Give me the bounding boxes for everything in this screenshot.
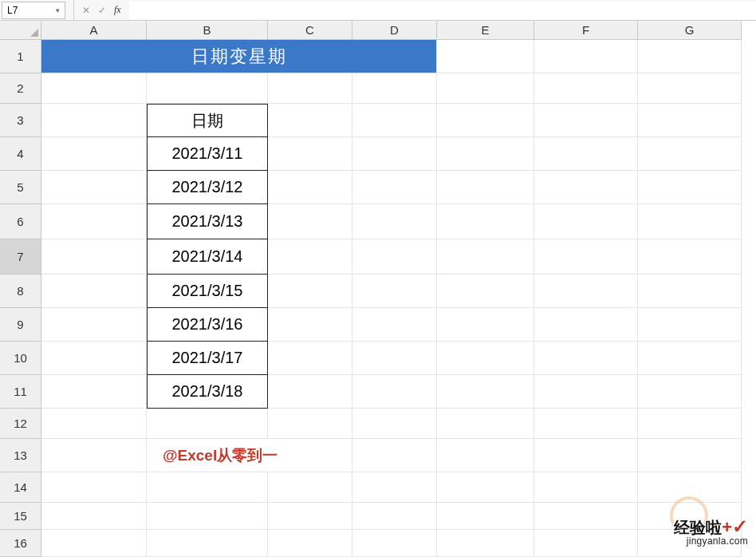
cell[interactable]: [437, 409, 534, 439]
cell[interactable]: [41, 439, 147, 472]
formula-input[interactable]: [129, 2, 756, 19]
cell[interactable]: [437, 275, 534, 308]
cell[interactable]: [437, 239, 534, 275]
cell[interactable]: [147, 409, 268, 439]
cell[interactable]: [268, 137, 352, 171]
table-cell[interactable]: 2021/3/15: [147, 275, 268, 308]
cell[interactable]: [352, 308, 437, 342]
fx-icon[interactable]: fx: [114, 4, 121, 16]
cell[interactable]: [534, 409, 638, 439]
cell[interactable]: [534, 73, 638, 104]
cell[interactable]: [352, 375, 437, 409]
cell[interactable]: [352, 204, 437, 239]
cell[interactable]: [41, 239, 147, 275]
row-header-15[interactable]: 15: [0, 503, 41, 530]
cell[interactable]: [41, 171, 147, 204]
banner-title[interactable]: 日期变星期: [41, 40, 437, 73]
cell[interactable]: [268, 308, 352, 342]
cell[interactable]: [268, 375, 352, 409]
cell[interactable]: [534, 40, 638, 73]
row-header-12[interactable]: 12: [0, 409, 41, 439]
cell[interactable]: [147, 503, 268, 530]
table-header[interactable]: 日期: [147, 104, 268, 137]
row-header-1[interactable]: 1: [0, 40, 41, 73]
table-cell[interactable]: 2021/3/14: [147, 239, 268, 275]
cell[interactable]: [638, 104, 742, 137]
row-header-2[interactable]: 2: [0, 73, 41, 104]
credit-text[interactable]: @Excel从零到一: [147, 439, 352, 472]
cell[interactable]: [41, 104, 147, 137]
cell[interactable]: [268, 530, 352, 557]
cell[interactable]: [268, 171, 352, 204]
cell[interactable]: [534, 375, 638, 409]
cell[interactable]: [638, 137, 742, 171]
column-header-A[interactable]: A: [41, 21, 147, 40]
cell[interactable]: [352, 171, 437, 204]
cell[interactable]: [352, 503, 437, 530]
cell[interactable]: [638, 40, 742, 73]
cell[interactable]: [352, 275, 437, 308]
cell[interactable]: [41, 342, 147, 375]
cell[interactable]: [41, 73, 147, 104]
cell[interactable]: [638, 239, 742, 275]
cell[interactable]: [41, 137, 147, 171]
cell[interactable]: [41, 409, 147, 439]
cell[interactable]: [41, 308, 147, 342]
cell[interactable]: [534, 503, 638, 530]
row-header-10[interactable]: 10: [0, 342, 41, 375]
cell[interactable]: [638, 171, 742, 204]
cell[interactable]: [437, 503, 534, 530]
cell[interactable]: [352, 104, 437, 137]
cell[interactable]: [638, 275, 742, 308]
cancel-icon[interactable]: ✕: [82, 5, 90, 16]
cell[interactable]: [352, 137, 437, 171]
cell[interactable]: [534, 472, 638, 503]
cell[interactable]: [534, 104, 638, 137]
confirm-icon[interactable]: ✓: [98, 5, 106, 16]
cell[interactable]: [534, 275, 638, 308]
cell[interactable]: [437, 40, 534, 73]
table-cell[interactable]: 2021/3/16: [147, 308, 268, 342]
cell[interactable]: [352, 342, 437, 375]
row-header-4[interactable]: 4: [0, 137, 41, 171]
cell[interactable]: [268, 204, 352, 239]
cell[interactable]: [41, 530, 147, 557]
cell[interactable]: [268, 104, 352, 137]
table-cell[interactable]: 2021/3/11: [147, 137, 268, 171]
cell[interactable]: [534, 171, 638, 204]
chevron-down-icon[interactable]: ▾: [56, 6, 60, 14]
row-header-14[interactable]: 14: [0, 472, 41, 503]
cell[interactable]: [41, 472, 147, 503]
name-box[interactable]: L7 ▾: [2, 2, 65, 19]
row-header-8[interactable]: 8: [0, 275, 41, 308]
cell[interactable]: [534, 204, 638, 239]
cell[interactable]: [437, 472, 534, 503]
row-header-9[interactable]: 9: [0, 308, 41, 342]
cell[interactable]: [147, 530, 268, 557]
cell[interactable]: [352, 530, 437, 557]
cell[interactable]: [638, 375, 742, 409]
cell[interactable]: [534, 342, 638, 375]
cell[interactable]: [534, 137, 638, 171]
column-header-G[interactable]: G: [638, 21, 742, 40]
column-header-C[interactable]: C: [268, 21, 352, 40]
column-header-B[interactable]: B: [147, 21, 268, 40]
cell[interactable]: [352, 73, 437, 104]
cell[interactable]: [534, 308, 638, 342]
cell[interactable]: [268, 342, 352, 375]
table-cell[interactable]: 2021/3/12: [147, 171, 268, 204]
cell[interactable]: [352, 409, 437, 439]
cell[interactable]: [268, 73, 352, 104]
row-header-5[interactable]: 5: [0, 171, 41, 204]
cell[interactable]: [352, 239, 437, 275]
table-cell[interactable]: 2021/3/17: [147, 342, 268, 375]
cell[interactable]: [437, 73, 534, 104]
cell[interactable]: [437, 375, 534, 409]
cell[interactable]: [638, 204, 742, 239]
cell[interactable]: [352, 472, 437, 503]
cell[interactable]: [534, 239, 638, 275]
cell[interactable]: [638, 73, 742, 104]
cell[interactable]: [638, 308, 742, 342]
cell[interactable]: [437, 171, 534, 204]
cell[interactable]: [437, 204, 534, 239]
